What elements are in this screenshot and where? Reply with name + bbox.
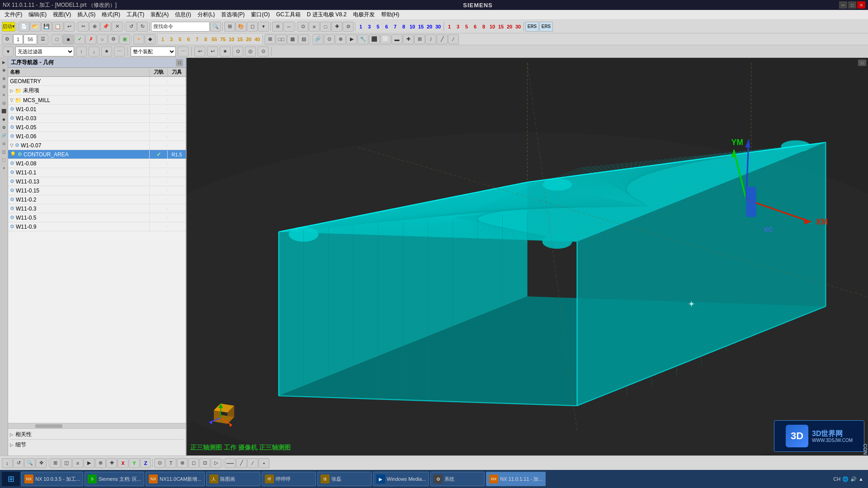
nav-row-w1-005[interactable]: ⚙ W1-0.05 <box>8 123 186 132</box>
tray-volume[interactable]: 🔊 <box>850 476 857 482</box>
taskbar-item-nx11cam[interactable]: NX NX11.0CAM新增... <box>146 472 204 486</box>
side-icon-7[interactable]: ⬛ <box>0 108 8 115</box>
tb2-extra5[interactable]: 🔧 <box>358 34 368 44</box>
bt-rotate[interactable]: ↺ <box>13 458 24 468</box>
tb2-extra13[interactable]: ∕ <box>448 34 459 44</box>
unused-label[interactable]: ▷ 📁 未用项 <box>8 86 150 95</box>
nav-row-w11-015[interactable]: ⚙ W11-0.15 <box>8 186 186 195</box>
tb-delete[interactable]: ✕ <box>112 22 123 32</box>
menu-tools[interactable]: 工具(T) <box>124 10 147 19</box>
bt-z-axis[interactable]: Z <box>140 458 151 468</box>
tb2-extra4[interactable]: ▶ <box>346 34 357 44</box>
tb-num2-3[interactable]: 3 <box>454 23 462 31</box>
start-button[interactable]: ⊞ <box>2 472 20 486</box>
nav-row-w11-03[interactable]: ⚙ W11-0.3 <box>8 204 186 213</box>
menu-insert[interactable]: 插入(S) <box>75 10 98 19</box>
tb2-check[interactable]: ✓ <box>74 34 85 44</box>
menu-view[interactable]: 视图(V) <box>50 10 74 19</box>
menu-electrode[interactable]: D 进玉电极 V8.2 <box>304 10 349 19</box>
tb-num2-20[interactable]: 20 <box>505 23 514 31</box>
tb-copy[interactable]: ⊕ <box>89 22 100 32</box>
menu-edit[interactable]: 编辑(E) <box>26 10 49 19</box>
taskbar-item-wmplayer[interactable]: ▶ Windows Media... <box>373 472 429 486</box>
bt-op4[interactable]: ▶ <box>84 458 94 468</box>
bt-op5[interactable]: ⊕ <box>95 458 106 468</box>
side-icon-6[interactable]: ◎ <box>0 99 8 107</box>
tb2-extra12[interactable]: ╱ <box>437 34 448 44</box>
filter-next[interactable]: ⋯ <box>178 47 189 56</box>
tb2-n15[interactable]: 15 <box>236 35 244 43</box>
menu-format[interactable]: 格式(R) <box>99 10 123 19</box>
tb2-circle[interactable]: ○ <box>97 34 108 44</box>
tb2-list[interactable]: ☰ <box>38 34 48 44</box>
tb2-x[interactable]: ✗ <box>85 34 96 44</box>
tb-move[interactable]: ✚ <box>331 22 342 32</box>
bt-line2[interactable]: ╱ <box>236 458 247 468</box>
tb2-extra10[interactable]: ⊞ <box>414 34 425 44</box>
tray-lang[interactable]: CH <box>833 476 840 482</box>
tb-cut[interactable]: ✂ <box>78 22 89 32</box>
window-controls[interactable]: ─ □ ✕ <box>839 1 865 9</box>
tray-network[interactable]: 🌐 <box>842 476 849 482</box>
bt-y-axis[interactable]: Y <box>129 458 140 468</box>
bt-op6[interactable]: ✚ <box>106 458 117 468</box>
tb-num-10[interactable]: 10 <box>408 23 416 31</box>
w1-003-label[interactable]: ⚙ W1-0.03 <box>8 114 150 122</box>
tb2-n7[interactable]: 7 <box>193 35 201 43</box>
tb-start[interactable]: 启动▾ <box>2 22 15 32</box>
bt-snap5[interactable]: ⊡ <box>199 458 210 468</box>
w11-013-label[interactable]: ⚙ W11-0.13 <box>8 178 150 186</box>
filter-btn6[interactable]: ⊙ <box>258 47 269 56</box>
tb2-extra6[interactable]: ⬛ <box>369 34 380 44</box>
taskbar-item-nx11active[interactable]: NX NX 11.0.1.11 - 加... <box>486 472 546 486</box>
tb2-extra7[interactable]: ⬜ <box>380 34 391 44</box>
tb2-n5[interactable]: 5 <box>176 35 184 43</box>
bt-move[interactable]: ↕ <box>2 458 13 468</box>
tb2-setting[interactable]: ⚙ <box>2 34 13 44</box>
nav-row-unused[interactable]: ▷ 📁 未用项 <box>8 86 186 96</box>
tray-arrow[interactable]: ▲ <box>859 476 863 482</box>
tb2-56[interactable]: 56 <box>24 34 37 44</box>
tb-zoom2[interactable]: ↔ <box>283 22 294 32</box>
w1-006-label[interactable]: ⚙ W1-0.06 <box>8 132 150 141</box>
bt-line3[interactable]: ∕ <box>247 458 258 468</box>
side-icon-3[interactable]: ⊕ <box>0 75 8 82</box>
nav-scrollbar[interactable] <box>8 423 186 428</box>
tb-num-20[interactable]: 20 <box>425 23 434 31</box>
w11-015-label[interactable]: ⚙ W11-0.15 <box>8 187 150 195</box>
side-icon-14[interactable]: ⌖ <box>0 164 8 172</box>
bt-snap2[interactable]: T <box>165 458 176 468</box>
w1-008-label[interactable]: ⚙ W1-0.08 <box>8 160 150 168</box>
assembly-dropdown[interactable]: 整个装配 <box>131 47 176 56</box>
menu-window[interactable]: 窗口(O) <box>248 10 272 19</box>
nav-close-button[interactable]: □ <box>176 59 183 66</box>
tb-paste[interactable]: 📌 <box>100 22 111 32</box>
tb-ers1[interactable]: ERS <box>525 22 539 32</box>
w1-001-label[interactable]: ⚙ W1-0.01 <box>8 105 150 113</box>
nav-row-mcs-mill[interactable]: ▽ 📁 MCS_MILL <box>8 96 186 105</box>
tb2-box[interactable]: □ <box>52 34 62 44</box>
nav-row-w11-09[interactable]: ⚙ W11-0.9 <box>8 222 186 231</box>
w11-03-label[interactable]: ⚙ W11-0.3 <box>8 205 150 213</box>
w1-005-label[interactable]: ⚙ W1-0.05 <box>8 123 150 131</box>
side-icon-2[interactable]: ✤ <box>0 67 8 74</box>
side-icon-5[interactable]: ≡ <box>0 91 8 99</box>
side-icon-11[interactable]: ⊙ <box>0 140 8 147</box>
menu-preferences[interactable]: 首选项(P) <box>218 10 247 19</box>
taskbar-item-zhangyi[interactable]: 张 张磊 <box>317 472 372 486</box>
restore-button[interactable]: □ <box>848 1 856 9</box>
tb-view2[interactable]: 🎨 <box>236 22 246 32</box>
filter-icon[interactable]: ▼ <box>3 47 14 56</box>
tb2-extra2[interactable]: ⊙ <box>324 34 335 44</box>
bt-snap1[interactable]: ⊙ <box>154 458 165 468</box>
tb-num-3[interactable]: 3 <box>365 23 373 31</box>
tb-view4[interactable]: ▾ <box>258 22 269 32</box>
w11-01-label[interactable]: ⚙ W11-0.1 <box>8 169 150 177</box>
nav-row-geometry[interactable]: GEOMETRY <box>8 77 186 86</box>
menu-gctoolbox[interactable]: GC工具箱 <box>274 10 303 19</box>
tb-display[interactable]: □ <box>320 22 331 32</box>
taskbar-item-chentu[interactable]: 人 陈图画 <box>206 472 260 486</box>
tb2-n1[interactable]: 1 <box>159 35 167 43</box>
bt-line1[interactable]: — <box>225 458 236 468</box>
filter-btn4[interactable]: ⊙ <box>232 47 243 56</box>
